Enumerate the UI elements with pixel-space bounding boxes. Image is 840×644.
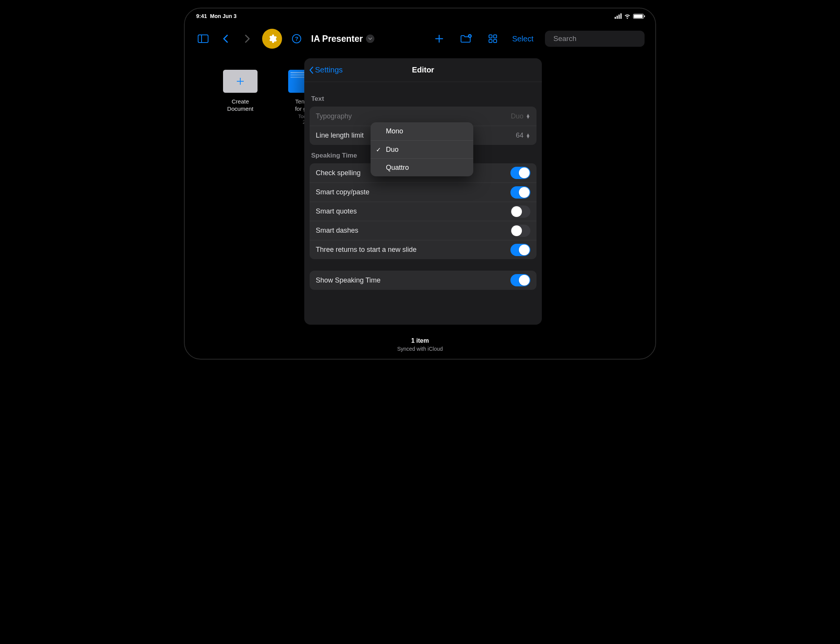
smart-quotes-row: Smart quotes xyxy=(310,202,536,221)
settings-button[interactable] xyxy=(262,29,282,49)
show-speaking-toggle[interactable] xyxy=(510,274,530,286)
show-speaking-group: Show Speaking Time xyxy=(310,271,536,290)
battery-icon xyxy=(633,14,644,19)
app-title-label: IA Presenter xyxy=(311,34,363,44)
new-folder-button[interactable] xyxy=(458,31,474,46)
show-speaking-row: Show Speaking Time xyxy=(310,271,536,290)
smart-quotes-label: Smart quotes xyxy=(316,207,357,215)
speaking-settings-group: Check spelling Smart copy/paste Smart qu… xyxy=(310,163,536,259)
search-field[interactable] xyxy=(545,31,645,47)
smart-dashes-row: Smart dashes xyxy=(310,221,536,240)
smart-dashes-label: Smart dashes xyxy=(316,227,358,235)
three-returns-label: Three returns to start a new slide xyxy=(316,246,417,254)
svg-text:?: ? xyxy=(295,35,298,42)
status-time: 9:41 xyxy=(196,13,207,19)
svg-rect-0 xyxy=(198,35,208,43)
svg-rect-11 xyxy=(489,39,492,43)
grid-view-button[interactable] xyxy=(485,31,500,46)
three-returns-toggle[interactable] xyxy=(510,244,530,256)
plus-icon xyxy=(223,70,258,93)
item-count: 1 item xyxy=(185,337,655,344)
device-frame: 9:41 Mon Jun 3 ? IA Presenter xyxy=(184,8,656,360)
smart-copy-toggle[interactable] xyxy=(510,186,530,199)
cellular-icon xyxy=(615,13,622,19)
popover-back-button[interactable]: Settings xyxy=(309,66,343,74)
forward-button xyxy=(240,31,255,46)
help-button[interactable]: ? xyxy=(289,31,304,46)
select-button[interactable]: Select xyxy=(512,34,533,43)
dropdown-option-duo[interactable]: Duo xyxy=(371,140,473,158)
create-label-1: Create xyxy=(219,98,261,105)
popover-title: Editor xyxy=(412,66,434,74)
new-button[interactable] xyxy=(431,31,447,46)
smart-copy-label: Smart copy/paste xyxy=(316,188,369,196)
typography-dropdown: Mono Duo Quattro xyxy=(371,122,473,176)
line-length-label: Line length limit xyxy=(316,131,364,140)
three-returns-row: Three returns to start a new slide xyxy=(310,240,536,259)
create-document-button[interactable]: Create Document xyxy=(219,70,261,125)
create-label-2: Document xyxy=(219,105,261,113)
smart-dashes-toggle[interactable] xyxy=(510,225,530,237)
check-spelling-toggle[interactable] xyxy=(510,167,530,179)
status-bar: 9:41 Mon Jun 3 xyxy=(185,8,655,24)
dropdown-option-mono[interactable]: Mono xyxy=(371,122,473,140)
app-title[interactable]: IA Presenter xyxy=(311,34,374,44)
typography-value: Duo xyxy=(511,112,523,120)
toolbar: ? IA Presenter Select xyxy=(185,25,655,52)
popover-back-label: Settings xyxy=(315,66,343,74)
dropdown-option-quattro[interactable]: Quattro xyxy=(371,158,473,176)
typography-label: Typography xyxy=(316,112,352,120)
svg-rect-9 xyxy=(489,35,492,38)
check-spelling-label: Check spelling xyxy=(316,169,361,177)
svg-rect-12 xyxy=(494,39,497,43)
updown-icon: ▲▼ xyxy=(526,133,530,138)
status-date: Mon Jun 3 xyxy=(210,13,236,19)
svg-rect-10 xyxy=(494,35,497,38)
sidebar-toggle-button[interactable] xyxy=(195,31,211,46)
search-input[interactable] xyxy=(553,34,644,43)
updown-icon: ▲▼ xyxy=(526,114,530,118)
smart-quotes-toggle[interactable] xyxy=(510,205,530,218)
gear-icon xyxy=(267,34,277,44)
smart-copy-row: Smart copy/paste xyxy=(310,182,536,202)
popover-header: Settings Editor xyxy=(304,58,542,82)
sync-status: Synced with iCloud xyxy=(185,346,655,352)
chevron-left-icon xyxy=(309,66,313,74)
footer-status: 1 item Synced with iCloud xyxy=(185,337,655,352)
back-button[interactable] xyxy=(218,31,233,46)
show-speaking-label: Show Speaking Time xyxy=(316,276,381,284)
wifi-icon xyxy=(624,13,631,19)
title-dropdown-icon xyxy=(366,34,374,43)
line-length-value: 64 xyxy=(516,131,523,140)
settings-popover: Settings Editor Text Typography Duo ▲▼ L… xyxy=(304,58,542,325)
section-text-header: Text xyxy=(304,88,542,107)
